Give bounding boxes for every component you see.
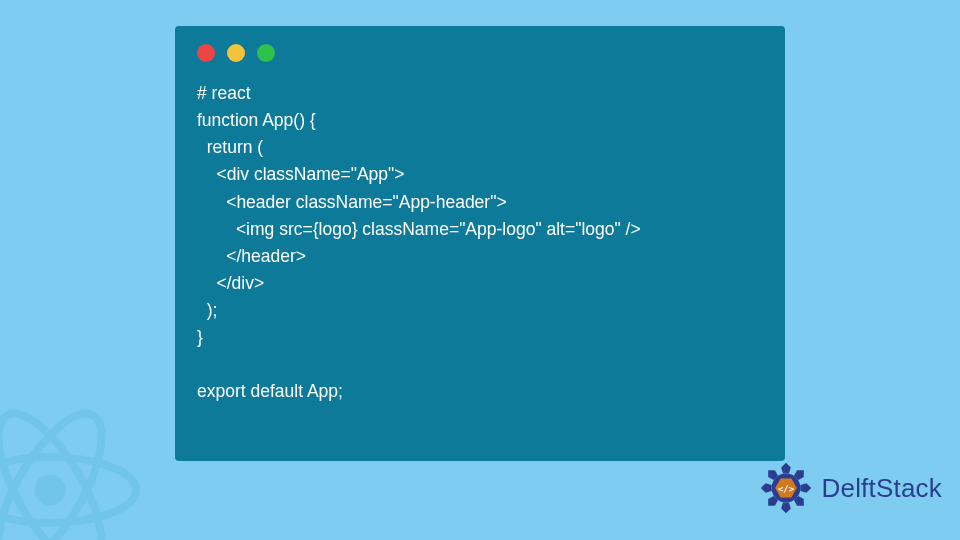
react-logo-icon bbox=[0, 400, 140, 540]
close-icon bbox=[197, 44, 215, 62]
code-window: # react function App() { return ( <div c… bbox=[175, 26, 785, 461]
brand: </> DelftStack bbox=[756, 458, 943, 518]
delftstack-logo-icon: </> bbox=[756, 458, 816, 518]
code-block: # react function App() { return ( <div c… bbox=[197, 80, 763, 406]
traffic-lights bbox=[197, 44, 763, 62]
svg-text:</>: </> bbox=[777, 484, 794, 494]
svg-point-0 bbox=[0, 457, 136, 523]
brand-name: DelftStack bbox=[822, 473, 943, 504]
minimize-icon bbox=[227, 44, 245, 62]
svg-point-3 bbox=[34, 474, 65, 505]
maximize-icon bbox=[257, 44, 275, 62]
